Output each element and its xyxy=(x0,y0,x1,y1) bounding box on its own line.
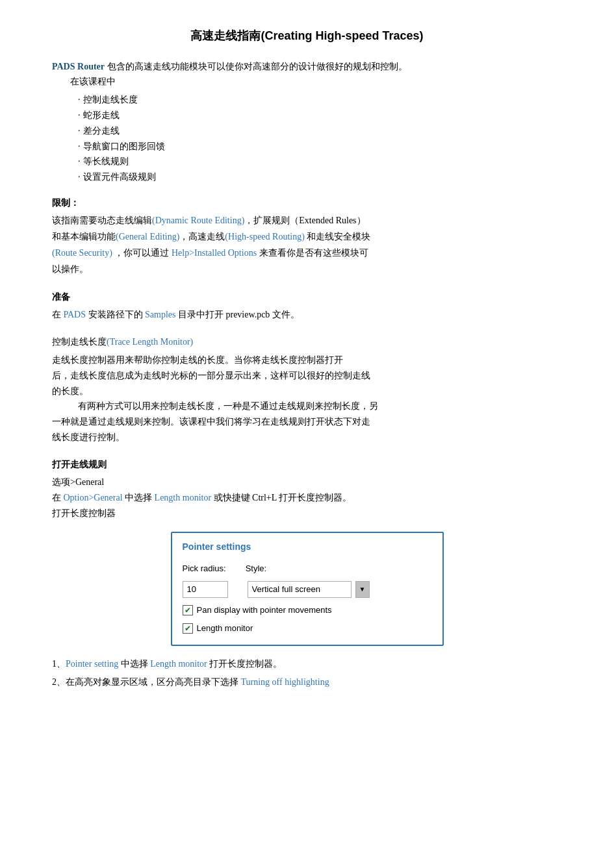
note2: 2、在高亮对象显示区域，区分高亮目录下选择 Turning off highli… xyxy=(52,675,562,690)
open-rule-heading: 打开走线规则 xyxy=(52,457,562,473)
style-select-row: ▼ xyxy=(248,581,370,598)
trace-length-text4: 有两种方式可以用来控制走线长度，一种是不通过走线规则来控制长度，另 xyxy=(78,399,562,414)
open-rule-line2: 在 Option>General 中选择 Length monitor 或快捷键… xyxy=(52,490,562,506)
dialog-title: Pointer settings xyxy=(183,539,432,555)
prep-heading: 准备 xyxy=(52,290,562,305)
course-label: 在该课程中 xyxy=(70,77,116,86)
intro-bullet-list: 控制走线长度 蛇形走线 差分走线 导航窗口的图形回馈 等长线规则 设置元件高级规… xyxy=(78,92,562,185)
limit-section: 限制： 该指南需要动态走线编辑(Dynamic Route Editing)，扩… xyxy=(52,195,562,278)
limit-line3: (Route Security) ，你可以通过 Help>Installed O… xyxy=(52,248,368,258)
dialog-labels-row: Pick radius: Style: xyxy=(183,562,432,576)
length-monitor-label: Length monitor xyxy=(197,621,253,636)
pads-router-label: PADS Router xyxy=(52,62,105,71)
trace-length-text3: 的长度。 xyxy=(52,384,562,399)
style-label: Style: xyxy=(246,562,267,576)
page-title: 高速走线指南(Creating High-speed Traces) xyxy=(52,26,562,46)
trace-length-text1: 走线长度控制器用来帮助你控制走线的长度。当你将走线长度控制器打开 xyxy=(52,353,562,368)
pointer-settings-dialog: Pointer settings Pick radius: Style: ▼ ✔… xyxy=(171,532,444,646)
note1: 1、Pointer setting 中选择 Length monitor 打开长… xyxy=(52,656,562,672)
length-monitor-checkbox-row: ✔ Length monitor xyxy=(183,621,432,636)
pan-display-checkbox-row: ✔ Pan display with pointer movements xyxy=(183,603,432,617)
style-input[interactable] xyxy=(248,581,352,598)
pan-display-checkbox[interactable]: ✔ xyxy=(183,605,193,615)
style-dropdown-arrow[interactable]: ▼ xyxy=(355,581,370,598)
limit-line2: 和基本编辑功能(General Editing)，高速走线(High-speed… xyxy=(52,232,370,242)
trace-length-text6: 线长度进行控制。 xyxy=(52,430,562,445)
prep-text: 在 PADS 安装路径下的 Samples 目录中打开 preview.pcb … xyxy=(52,307,562,323)
bottom-notes: 1、Pointer setting 中选择 Length monitor 打开长… xyxy=(52,656,562,690)
list-item: 等长线规则 xyxy=(78,154,562,169)
trace-length-heading: 控制走线长度(Trace Length Monitor) xyxy=(52,334,562,350)
intro-block: PADS Router 包含的高速走线功能模块可以使你对高速部分的设计做很好的规… xyxy=(52,59,562,185)
pick-radius-label: Pick radius: xyxy=(183,562,226,576)
limit-line4: 以操作。 xyxy=(52,264,88,274)
trace-length-text2: 后，走线长度信息成为走线时光标的一部分显示出来，这样可以很好的控制走线 xyxy=(52,368,562,384)
pan-display-label: Pan display with pointer movements xyxy=(197,603,332,617)
limit-heading: 限制： xyxy=(52,195,562,211)
trace-length-text5: 一种就是通过走线规则来控制。该课程中我们将学习在走线规则打开状态下对走 xyxy=(52,414,562,430)
open-rule-section: 打开走线规则 选项>General 在 Option>General 中选择 L… xyxy=(52,457,562,521)
trace-length-section: 控制走线长度(Trace Length Monitor) 走线长度控制器用来帮助… xyxy=(52,334,562,445)
list-item: 导航窗口的图形回馈 xyxy=(78,139,562,155)
intro-text: 包含的高速走线功能模块可以使你对高速部分的设计做很好的规划和控制。 xyxy=(105,62,407,71)
prep-section: 准备 在 PADS 安装路径下的 Samples 目录中打开 preview.p… xyxy=(52,290,562,323)
dialog-inputs-row: ▼ xyxy=(183,581,432,598)
open-rule-line1: 选项>General xyxy=(52,475,562,490)
open-rule-line3: 打开长度控制器 xyxy=(52,506,562,521)
list-item: 蛇形走线 xyxy=(78,108,562,123)
pick-radius-input[interactable] xyxy=(183,581,228,598)
list-item: 控制走线长度 xyxy=(78,92,562,108)
list-item: 差分走线 xyxy=(78,123,562,139)
length-monitor-checkbox[interactable]: ✔ xyxy=(183,623,193,634)
list-item: 设置元件高级规则 xyxy=(78,169,562,185)
limit-text: 该指南需要动态走线编辑(Dynamic Route Editing)，扩展规则（… xyxy=(52,212,562,278)
limit-line1: 该指南需要动态走线编辑(Dynamic Route Editing)，扩展规则（… xyxy=(52,216,366,225)
